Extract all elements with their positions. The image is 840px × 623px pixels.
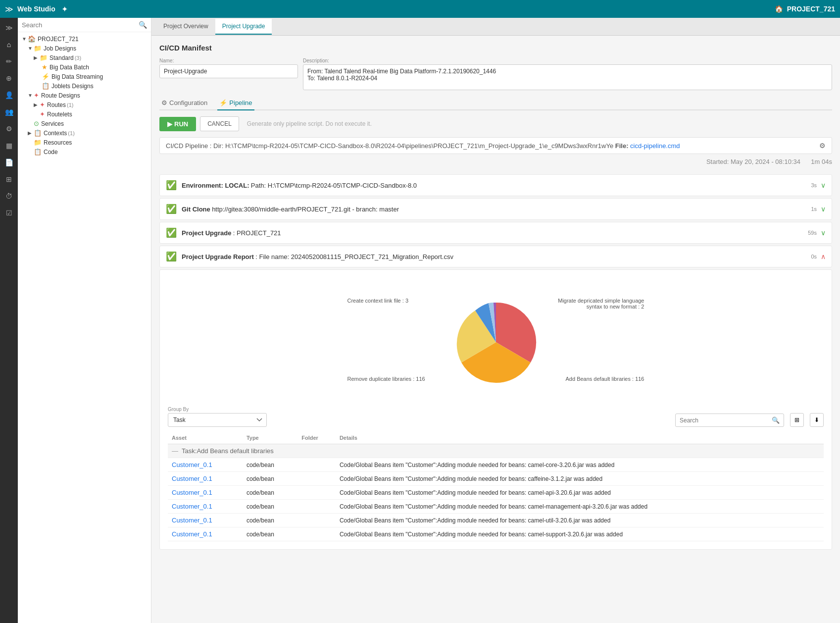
table-download-btn[interactable]: ⬇ (810, 413, 824, 427)
folder-5 (297, 527, 336, 541)
group-by-select[interactable]: Task Type Folder Asset (168, 413, 267, 427)
tab-pipeline[interactable]: ⚡ Pipeline (217, 96, 254, 110)
asset-link-3[interactable]: Customer_0.1 (172, 503, 212, 510)
sidebar-icon-checklist[interactable]: ☑ (1, 205, 17, 221)
asset-link-0[interactable]: Customer_0.1 (172, 461, 212, 468)
details-1: Code/Global Beans item "Customer":Adding… (336, 472, 824, 486)
pipeline-path-prefix: CI/CD Pipeline : Dir: (166, 142, 223, 150)
tree-code-icon: 📋 (34, 148, 42, 156)
table-row: Customer_0.1 code/bean Code/Global Beans… (168, 514, 824, 527)
run-icon: ▶ (167, 120, 172, 128)
cancel-button[interactable]: CANCEL (200, 116, 239, 131)
table-row: Customer_0.1 code/bean Code/Global Beans… (168, 500, 824, 514)
sidebar-icon-user[interactable]: 👤 (1, 87, 17, 103)
step-git-toggle[interactable]: ∨ (821, 205, 826, 213)
pipeline-tabs: ⚙ Configuration ⚡ Pipeline (159, 96, 832, 110)
tree-contexts[interactable]: ▶ 📋 Contexts (1) (18, 128, 151, 138)
step-env-time: 3s (811, 182, 817, 188)
tree-root-icon: 🏠 (28, 35, 36, 43)
tree-code[interactable]: ▶ 📋 Code (18, 147, 151, 156)
tree-joblets[interactable]: ▶ 📋 Joblets Designs (18, 81, 151, 91)
type-5: code/bean (243, 527, 297, 541)
sidebar-icon-expand[interactable]: ≫ (1, 20, 17, 36)
asset-link-4[interactable]: Customer_0.1 (172, 517, 212, 524)
sidebar-icon-puzzle[interactable]: ⊞ (1, 171, 17, 187)
col-type: Type (243, 432, 297, 444)
report-content: Create context link file : 3 Migrate dep… (159, 269, 832, 550)
sidebar-icon-layers[interactable]: ▦ (1, 138, 17, 154)
sidebar-icon-people[interactable]: 👥 (1, 104, 17, 120)
sidebar-icon-tools[interactable]: ⚙ (1, 121, 17, 137)
table-view-toggle[interactable]: ⊞ (790, 413, 804, 427)
details-3: Code/Global Beans item "Customer":Adding… (336, 500, 824, 514)
tree-services[interactable]: ▶ ⊙ Services (18, 119, 151, 128)
tree-routes-icon: ✦ (40, 101, 45, 108)
tree-resources[interactable]: ▶ 📁 Resources (18, 138, 151, 147)
group-by-wrapper: Group By Task Type Folder Asset (168, 407, 267, 427)
sidebar-icon-home[interactable]: ⌂ (1, 37, 17, 52)
tree-standard[interactable]: ▶ 📁 Standard (3) (18, 53, 151, 62)
group-by-label: Group By (168, 407, 267, 412)
folder-1 (297, 472, 336, 486)
type-0: code/bean (243, 458, 297, 472)
pie-label-top-right: Migrate depricated simple language synta… (545, 298, 644, 310)
filter-row: Group By Task Type Folder Asset 🔍 ⊞ (168, 407, 824, 427)
add-icon[interactable]: ✦ (61, 4, 68, 14)
details-2: Code/Global Beans item "Customer":Adding… (336, 486, 824, 500)
pipeline-path-file: cicd-pipeline.cmd (630, 142, 680, 150)
tree-standard-arrow: ▶ (34, 55, 39, 60)
run-button[interactable]: ▶ RUN (159, 117, 196, 131)
sidebar-icon-design[interactable]: ✏ (1, 53, 17, 69)
desc-label: Description: (303, 58, 832, 63)
tree-big-data-streaming[interactable]: ▶ ⚡ Big Data Streaming (18, 72, 151, 81)
project-tree: ▼ 🏠 PROJECT_721 ▼ 📁 Job Designs ▶ 📁 Stan… (18, 32, 151, 623)
tree-big-data-batch[interactable]: ▶ ★ Big Data Batch (18, 62, 151, 72)
tree-standard-icon: 📁 (40, 54, 48, 61)
step-env-check: ✅ (166, 180, 177, 191)
tree-route-designs[interactable]: ▼ ✦ Route Designs (18, 91, 151, 100)
task-header-row: — Task:Add Beans default libraries (168, 444, 824, 458)
asset-link-1[interactable]: Customer_0.1 (172, 475, 212, 482)
search-input[interactable] (22, 21, 136, 29)
tree-routelets[interactable]: ▶ ✦ Routelets (18, 109, 151, 119)
tree-root-arrow: ▼ (22, 36, 27, 42)
type-3: code/bean (243, 500, 297, 514)
asset-link-2[interactable]: Customer_0.1 (172, 489, 212, 496)
step-git-time: 1s (811, 206, 817, 212)
name-input[interactable] (159, 64, 298, 78)
tree-root[interactable]: ▼ 🏠 PROJECT_721 (18, 34, 151, 44)
pipeline-settings-icon[interactable]: ⚙ (819, 142, 826, 150)
step-upgrade-toggle[interactable]: ∨ (821, 229, 826, 237)
step-upgrade-label: Project Upgrade : PROJECT_721 (182, 229, 808, 237)
col-folder: Folder (297, 432, 336, 444)
sidebar-icon-globe[interactable]: ⊕ (1, 70, 17, 86)
step-env-toggle[interactable]: ∨ (821, 181, 826, 189)
tab-configuration[interactable]: ⚙ Configuration (159, 96, 209, 110)
name-label: Name: (159, 58, 298, 63)
step-report-toggle[interactable]: ∧ (821, 253, 826, 260)
tree-job-designs-icon: 📁 (34, 45, 42, 52)
desc-field: Description: From: Talend Talend Real-ti… (303, 58, 832, 90)
tree-routelets-icon: ✦ (40, 110, 45, 118)
asset-link-5[interactable]: Customer_0.1 (172, 530, 212, 538)
content-area: Project Overview Project Upgrade CI/CD M… (151, 18, 840, 623)
sidebar-icon-file[interactable]: 📄 (1, 155, 17, 170)
sidebar-icon-clock[interactable]: ⏱ (1, 188, 17, 204)
tree-job-designs[interactable]: ▼ 📁 Job Designs (18, 44, 151, 53)
project-name: PROJECT_721 (787, 5, 835, 13)
folder-0 (297, 458, 336, 472)
step-git-check: ✅ (166, 204, 177, 214)
type-2: code/bean (243, 486, 297, 500)
tab-project-overview[interactable]: Project Overview (156, 19, 215, 35)
tab-project-upgrade[interactable]: Project Upgrade (215, 19, 272, 35)
type-1: code/bean (243, 472, 297, 486)
pipeline-path-dir: H:\TCMP\tcmp-R2024-05\TCMP-CICD-Sandbox-… (225, 142, 613, 150)
table-row: Customer_0.1 code/bean Code/Global Beans… (168, 527, 824, 541)
tree-routes[interactable]: ▶ ✦ Routes (1) (18, 100, 151, 109)
table-search-input[interactable] (680, 417, 769, 424)
desc-input[interactable]: From: Talend Talend Real-time Big Data P… (303, 64, 832, 90)
config-icon: ⚙ (161, 99, 167, 106)
tree-streaming-icon: ⚡ (42, 73, 49, 80)
pie-label-bottom-right: Add Beans default libraries : 116 (566, 376, 644, 382)
expand-sidebar-icon[interactable]: ≫ (5, 4, 13, 14)
